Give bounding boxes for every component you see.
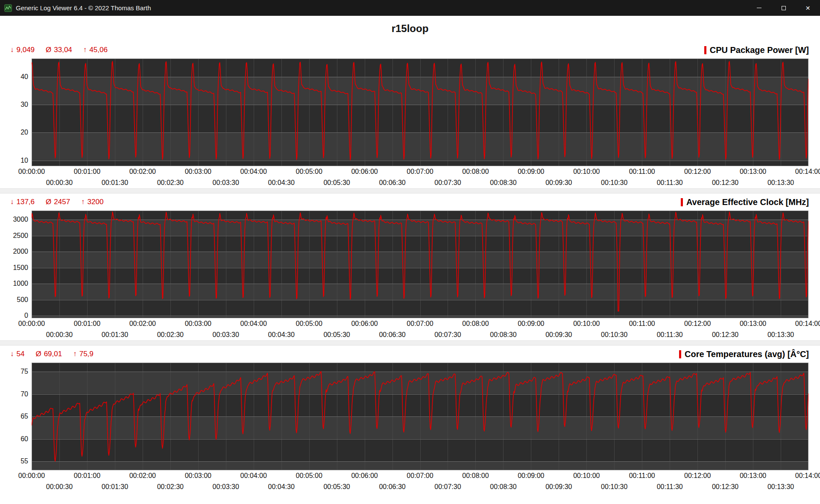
section-divider <box>0 340 820 346</box>
x-axis-tick-label: 00:12:30 <box>712 331 738 339</box>
stat-min-value: 9,049 <box>17 46 35 54</box>
plot-wrap: 050010001500200025003000 <box>0 211 820 318</box>
stat-min: ↓137,6 <box>10 198 35 206</box>
x-axis-tick-label: 00:01:00 <box>74 168 100 176</box>
x-axis-labels-row1: 00:00:0000:01:0000:02:0000:03:0000:04:00… <box>32 166 808 177</box>
window-controls: ✕ <box>747 0 820 16</box>
x-axis-tick-label: 00:03:00 <box>185 168 211 176</box>
x-axis-tick-label: 00:12:00 <box>684 320 711 328</box>
y-axis-tick-label: 70 <box>20 390 28 399</box>
x-axis-tick-label: 00:05:00 <box>296 168 322 176</box>
y-axis-tick-label: 1500 <box>13 264 28 272</box>
stat-avg: Ø33,04 <box>46 46 72 54</box>
x-axis-tick-label: 00:10:30 <box>601 483 627 491</box>
x-axis-tick-label: 00:07:30 <box>434 179 461 187</box>
chart-stats: ↓9,049 Ø33,04 ↑45,06 <box>10 46 108 54</box>
x-axis-labels-row2: 00:00:3000:01:3000:02:3000:03:3000:04:30… <box>32 481 808 492</box>
chart-title: CPU Package Power [W] <box>710 45 809 55</box>
x-axis-tick-label: 00:01:30 <box>102 331 128 339</box>
x-axis-tick-label: 00:09:30 <box>545 179 572 187</box>
chart-stats-row: ↓137,6 Ø2457 ↑3200 Average Effective Clo… <box>0 193 820 211</box>
stat-max: ↑45,06 <box>83 46 108 54</box>
stat-min-value: 137,6 <box>17 198 35 206</box>
x-axis-tick-label: 00:07:00 <box>407 320 433 328</box>
x-axis-tick-label: 00:02:00 <box>129 168 156 176</box>
x-axis-tick-label: 00:10:30 <box>601 331 627 339</box>
plot-wrap: 5560657075 <box>0 363 820 470</box>
x-axis-tick-label: 00:02:00 <box>129 320 156 328</box>
x-axis-tick-label: 00:10:00 <box>573 168 600 176</box>
x-axis-tick-label: 00:05:30 <box>323 331 350 339</box>
x-axis-tick-label: 00:11:30 <box>657 483 683 491</box>
stat-min: ↓9,049 <box>10 46 35 54</box>
chart-stats: ↓54 Ø69,01 ↑75,9 <box>10 350 94 358</box>
max-arrow-icon: ↑ <box>73 350 77 358</box>
x-axis-tick-label: 00:13:30 <box>767 331 794 339</box>
x-axis-tick-label: 00:03:30 <box>213 331 239 339</box>
y-axis-labels: 050010001500200025003000 <box>0 211 32 318</box>
x-axis-tick-label: 00:13:30 <box>767 179 794 187</box>
x-axis-tick-label: 00:01:00 <box>74 320 100 328</box>
x-axis-tick-label: 00:06:00 <box>351 320 378 328</box>
plot-area[interactable] <box>32 211 808 318</box>
max-arrow-icon: ↑ <box>83 46 87 54</box>
legend-color-bar-icon <box>704 46 706 54</box>
legend-color-bar-icon <box>681 198 683 206</box>
x-axis-tick-label: 00:05:30 <box>323 483 350 491</box>
x-axis-tick-label: 00:11:30 <box>657 179 683 187</box>
minimize-button[interactable] <box>747 0 771 16</box>
x-axis-tick-label: 00:07:00 <box>407 168 433 176</box>
chart-stats: ↓137,6 Ø2457 ↑3200 <box>10 198 103 206</box>
x-axis-tick-label: 00:08:30 <box>490 331 516 339</box>
x-axis-tick-label: 00:00:00 <box>18 472 45 480</box>
stat-avg-value: 33,04 <box>54 46 72 54</box>
avg-symbol-icon: Ø <box>35 350 41 358</box>
y-axis-tick-label: 3000 <box>13 215 28 224</box>
plot-area[interactable] <box>32 59 808 166</box>
x-axis-tick-label: 00:08:00 <box>462 168 489 176</box>
chart-canvas <box>32 211 808 318</box>
chart-legend: Average Effective Clock [MHz] <box>681 197 809 207</box>
x-axis-tick-label: 00:00:30 <box>46 483 73 491</box>
maximize-button[interactable] <box>771 0 796 16</box>
stat-min-value: 54 <box>17 350 25 358</box>
page-title: r15loop <box>0 16 820 41</box>
y-axis-tick-label: 65 <box>20 412 28 421</box>
x-axis-tick-label: 00:06:00 <box>351 472 378 480</box>
x-axis-tick-label: 00:04:30 <box>268 483 295 491</box>
chart-section-cpu-package-power: ↓9,049 Ø33,04 ↑45,06 CPU Package Power [… <box>0 41 820 188</box>
x-axis-tick-label: 00:07:30 <box>434 483 461 491</box>
x-axis-tick-label: 00:06:30 <box>379 483 405 491</box>
stat-max-value: 3200 <box>88 198 104 206</box>
app-icon <box>4 4 12 12</box>
y-axis-tick-label: 40 <box>20 73 28 81</box>
x-axis-tick-label: 00:11:00 <box>629 472 655 480</box>
x-axis-tick-label: 00:00:30 <box>46 179 73 187</box>
window-title: Generic Log Viewer 6.4 - © 2022 Thomas B… <box>16 4 151 12</box>
min-arrow-icon: ↓ <box>10 46 14 54</box>
x-axis-tick-label: 00:07:00 <box>407 472 433 480</box>
minimize-icon <box>757 8 761 8</box>
x-axis-tick-label: 00:09:30 <box>545 331 572 339</box>
x-axis-tick-label: 00:06:30 <box>379 331 405 339</box>
stat-max: ↑3200 <box>81 198 103 206</box>
x-axis-tick-label: 00:01:30 <box>102 483 128 491</box>
x-axis-tick-label: 00:12:00 <box>684 168 711 176</box>
x-axis-labels-row2: 00:00:3000:01:3000:02:3000:03:3000:04:30… <box>32 329 808 340</box>
y-axis-tick-label: 1000 <box>13 279 28 288</box>
close-button[interactable]: ✕ <box>796 0 820 16</box>
legend-color-bar-icon <box>679 350 681 358</box>
maximize-icon <box>782 6 786 10</box>
chart-canvas <box>32 363 808 470</box>
x-axis-tick-label: 00:00:00 <box>18 320 45 328</box>
chart-section-core-temperatures: ↓54 Ø69,01 ↑75,9 Core Temperatures (avg)… <box>0 346 820 492</box>
x-axis-tick-label: 00:09:00 <box>518 472 544 480</box>
stat-max-value: 75,9 <box>79 350 94 358</box>
x-axis-labels-row1: 00:00:0000:01:0000:02:0000:03:0000:04:00… <box>32 318 808 329</box>
y-axis-tick-label: 75 <box>20 367 28 376</box>
x-axis-tick-label: 00:06:00 <box>351 168 378 176</box>
x-axis-tick-label: 00:06:30 <box>379 179 405 187</box>
plot-area[interactable] <box>32 363 808 470</box>
x-axis-tick-label: 00:08:00 <box>462 472 489 480</box>
x-axis-tick-label: 00:13:30 <box>767 483 794 491</box>
